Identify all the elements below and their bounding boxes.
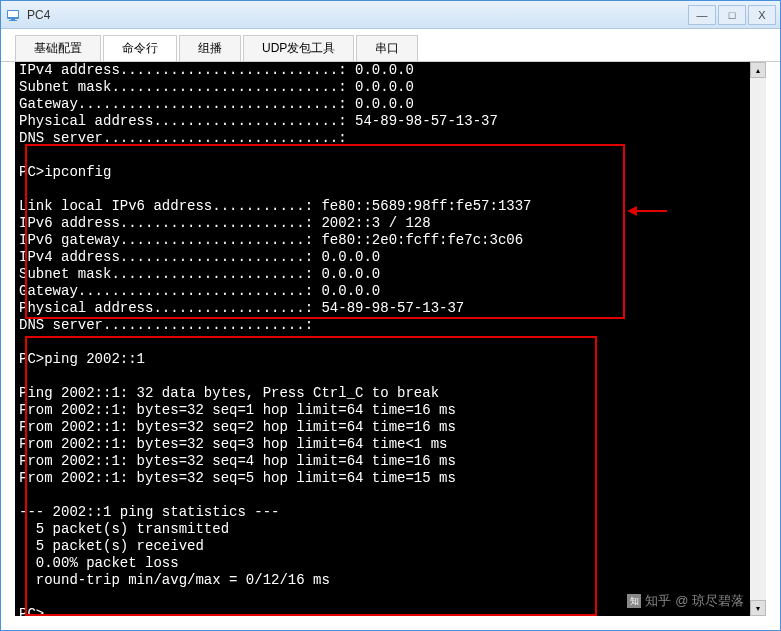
close-button[interactable]: X bbox=[748, 5, 776, 25]
tab-bar: 基础配置 命令行 组播 UDP发包工具 串口 bbox=[1, 29, 780, 62]
tab-multicast[interactable]: 组播 bbox=[179, 35, 241, 61]
maximize-button[interactable]: □ bbox=[718, 5, 746, 25]
window-controls: — □ X bbox=[688, 5, 776, 25]
svg-rect-2 bbox=[11, 19, 15, 20]
watermark: 知 知乎 @ 琼尽碧落 bbox=[627, 592, 744, 610]
window-title: PC4 bbox=[27, 8, 688, 22]
watermark-user: @ 琼尽碧落 bbox=[675, 592, 744, 610]
watermark-brand: 知乎 bbox=[645, 592, 671, 610]
app-icon bbox=[5, 7, 21, 23]
svg-rect-3 bbox=[9, 20, 17, 21]
scrollbar[interactable]: ▴ ▾ bbox=[750, 62, 766, 616]
scroll-up-button[interactable]: ▴ bbox=[750, 62, 766, 78]
zhihu-icon: 知 bbox=[627, 594, 641, 608]
tab-udp-tool[interactable]: UDP发包工具 bbox=[243, 35, 354, 61]
terminal-container: IPv4 address..........................: … bbox=[15, 62, 766, 616]
svg-rect-1 bbox=[8, 11, 18, 17]
app-window: PC4 — □ X 基础配置 命令行 组播 UDP发包工具 串口 IPv4 ad… bbox=[0, 0, 781, 631]
tab-serial[interactable]: 串口 bbox=[356, 35, 418, 61]
tab-cli[interactable]: 命令行 bbox=[103, 35, 177, 61]
titlebar: PC4 — □ X bbox=[1, 1, 780, 29]
minimize-button[interactable]: — bbox=[688, 5, 716, 25]
terminal-output[interactable]: IPv4 address..........................: … bbox=[15, 62, 766, 616]
scroll-down-button[interactable]: ▾ bbox=[750, 600, 766, 616]
tab-basic-config[interactable]: 基础配置 bbox=[15, 35, 101, 61]
